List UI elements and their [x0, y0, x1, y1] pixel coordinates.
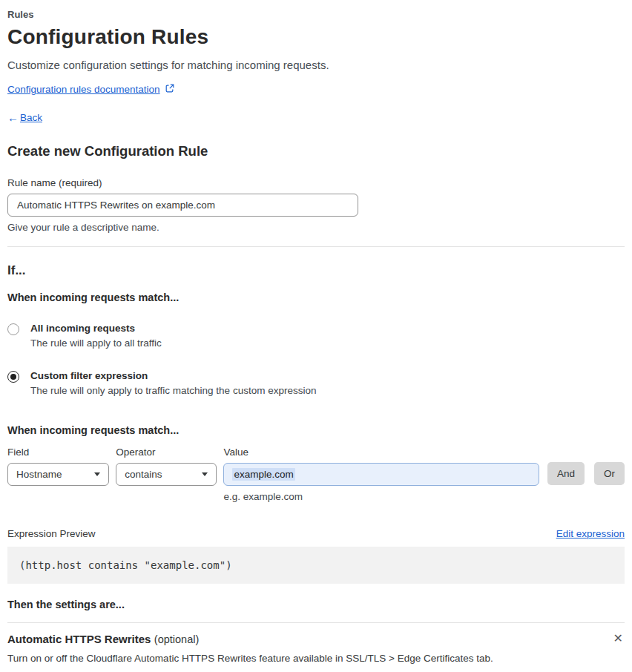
if-section-title: If...: [7, 263, 625, 278]
radio-option-all-requests[interactable]: All incoming requests The rule will appl…: [7, 323, 625, 349]
field-select[interactable]: Hostname: [7, 463, 109, 486]
setting-description: Turn on or off the Cloudflare Automatic …: [7, 653, 625, 664]
field-select-value: Hostname: [16, 469, 62, 480]
rule-name-helper: Give your rule a descriptive name.: [7, 222, 625, 233]
value-label: Value: [223, 447, 539, 458]
and-button[interactable]: And: [547, 462, 585, 485]
expression-preview-label: Expression Preview: [7, 528, 96, 539]
match-type-label: When incoming requests match...: [7, 291, 625, 303]
settings-divider: [7, 622, 625, 623]
breadcrumb: Rules: [7, 9, 625, 20]
value-helper: e.g. example.com: [223, 491, 539, 502]
edit-expression-link[interactable]: Edit expression: [556, 528, 625, 539]
configuration-rules-page: Rules Configuration Rules Customize conf…: [0, 0, 632, 672]
create-rule-section-title: Create new Configuration Rule: [7, 143, 625, 159]
documentation-link-row: Configuration rules documentation: [7, 82, 625, 96]
setting-name: Automatic HTTPS Rewrites: [7, 633, 151, 645]
value-input-text: example.com: [232, 468, 294, 481]
radio-label-custom-filter: Custom filter expression: [30, 370, 316, 381]
expression-preview-row: Expression Preview Edit expression: [7, 528, 625, 539]
close-icon[interactable]: ✕: [612, 633, 625, 645]
or-button[interactable]: Or: [594, 462, 625, 485]
setting-optional-label: (optional): [154, 633, 199, 645]
expression-preview-code: (http.host contains "example.com"): [7, 547, 625, 584]
operator-label: Operator: [116, 447, 217, 458]
setting-header: Automatic HTTPS Rewrites (optional) ✕: [7, 633, 625, 646]
then-settings-label: Then the settings are...: [7, 599, 625, 610]
chevron-down-icon: [94, 472, 100, 476]
operator-select-value: contains: [125, 469, 162, 480]
documentation-link[interactable]: Configuration rules documentation: [7, 84, 160, 95]
rule-name-label: Rule name (required): [7, 177, 625, 188]
radio-button-unselected[interactable]: [7, 323, 19, 335]
radio-option-custom-filter[interactable]: Custom filter expression The rule will o…: [7, 370, 625, 396]
expression-builder-label: When incoming requests match...: [7, 424, 625, 436]
radio-label-all-requests: All incoming requests: [30, 323, 162, 334]
back-link[interactable]: Back: [20, 112, 42, 123]
field-label: Field: [7, 447, 109, 458]
back-link-row: ← Back: [7, 111, 625, 124]
radio-desc-custom-filter: The rule will only apply to traffic matc…: [30, 385, 316, 396]
page-title: Configuration Rules: [7, 25, 625, 49]
operator-select[interactable]: contains: [116, 463, 217, 486]
chevron-down-icon: [202, 472, 208, 476]
value-input[interactable]: example.com: [223, 463, 539, 486]
rule-name-input[interactable]: [7, 194, 358, 217]
section-divider: [7, 246, 625, 247]
external-link-icon: [165, 82, 174, 96]
page-subtitle: Customize configuration settings for mat…: [7, 59, 625, 71]
back-arrow-icon: ←: [7, 111, 19, 124]
radio-button-selected[interactable]: [7, 371, 19, 383]
expression-builder-row: Field Hostname Operator contains Value e…: [7, 447, 625, 502]
radio-desc-all-requests: The rule will apply to all traffic: [30, 337, 162, 349]
